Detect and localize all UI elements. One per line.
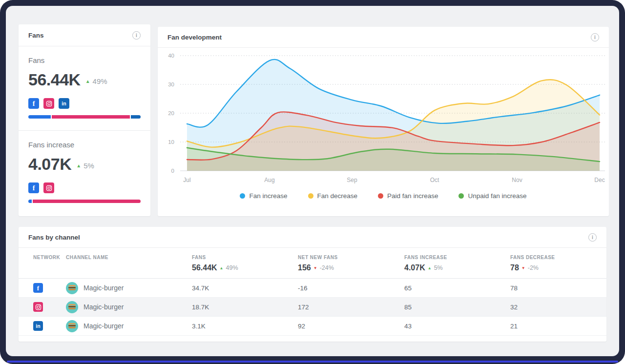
channel-name: Magic-burger — [83, 284, 124, 292]
fans-card-header: Fans i — [19, 24, 150, 46]
svg-text:Aug: Aug — [264, 177, 274, 183]
facebook-icon: f — [28, 182, 39, 193]
cell-channel-name: Magic-burger — [66, 282, 192, 294]
table-row-linkedin[interactable]: inMagic-burger3.1K924321 — [19, 317, 606, 336]
table-body: fMagic-burger34.7K-166578Magic-burger18.… — [19, 279, 606, 336]
chart-card-title: Fan development — [167, 34, 222, 41]
svg-text:20: 20 — [168, 110, 174, 116]
fans-increase-delta: ▲ 5% — [76, 162, 94, 170]
burger-icon — [68, 306, 76, 307]
instagram-icon — [43, 98, 54, 109]
column-header-fans-decrease: FANS DECREASE 78 ▼ -2% — [510, 255, 606, 272]
facebook-icon: f — [33, 283, 43, 293]
fans-increase-value: 4.07K — [28, 155, 71, 174]
legend-label: Fan increase — [249, 192, 287, 200]
facebook-bar-segment — [28, 200, 32, 203]
legend-item-fan-decrease[interactable]: Fan decrease — [308, 192, 358, 200]
info-icon[interactable]: i — [132, 31, 141, 40]
cell-net-new-fans: -16 — [298, 284, 404, 292]
linkedin-icon: in — [33, 321, 43, 331]
fans-total-value: 56.44K — [28, 70, 81, 89]
svg-text:Nov: Nov — [512, 177, 522, 183]
legend-dot — [458, 193, 464, 199]
instagram-icon — [43, 182, 54, 193]
info-icon[interactable]: i — [591, 33, 599, 41]
svg-text:40: 40 — [168, 53, 174, 59]
legend-label: Paid fan increase — [387, 192, 438, 200]
up-triangle-icon: ▲ — [85, 79, 90, 84]
burger-icon — [68, 287, 76, 288]
fans-network-icons: fin — [28, 98, 141, 109]
cell-fans-decrease: 78 — [510, 284, 606, 292]
up-triangle-icon: ▲ — [220, 266, 224, 270]
instagram-bar-segment — [33, 200, 141, 203]
down-triangle-icon: ▼ — [521, 266, 525, 270]
legend-dot — [378, 193, 383, 199]
table-card-header: Fans by channel i — [19, 227, 606, 248]
table-row-facebook[interactable]: fMagic-burger34.7K-166578 — [19, 279, 606, 298]
legend-dot — [240, 193, 245, 199]
svg-text:Dec: Dec — [594, 177, 604, 183]
up-triangle-icon: ▲ — [428, 266, 432, 270]
channel-avatar — [66, 282, 78, 294]
info-icon[interactable]: i — [588, 233, 597, 242]
cell-net-new-fans: 92 — [298, 323, 404, 330]
table-card-title: Fans by channel — [28, 234, 80, 241]
cell-fans: 3.1K — [192, 323, 298, 330]
cell-fans-increase: 85 — [404, 303, 510, 311]
column-header-net-new-fans: NET NEW FANS 156 ▼ -24% — [298, 255, 404, 272]
fans-by-channel-card: Fans by channel i NETWORK CHANNEL NAME F… — [19, 227, 606, 342]
fans-metric-section: Fans 56.44K ▲ 49% fin — [19, 46, 150, 130]
fans-card-title: Fans — [28, 32, 44, 39]
chart-card-header: Fan development i — [158, 27, 609, 48]
down-triangle-icon: ▼ — [313, 266, 317, 270]
fans-card: Fans i Fans 56.44K ▲ 49% fin — [19, 24, 150, 216]
cell-network — [33, 302, 66, 312]
facebook-icon: f — [28, 98, 39, 109]
channel-name: Magic-burger — [83, 322, 124, 330]
linkedin-bar-segment — [131, 115, 141, 119]
metric-label: Fans — [28, 56, 141, 64]
cell-fans: 18.7K — [192, 303, 298, 311]
top-row: Fans i Fans 56.44K ▲ 49% fin — [19, 24, 606, 216]
cell-fans-decrease: 21 — [510, 323, 606, 330]
legend-item-paid-fan-increase[interactable]: Paid fan increase — [378, 192, 438, 200]
column-header-fans: FANS 56.44K ▲ 49% — [192, 255, 298, 272]
channel-avatar — [66, 320, 78, 332]
channel-name: Magic-burger — [83, 303, 124, 311]
cell-fans-increase: 65 — [404, 284, 510, 292]
analytics-dashboard: Fans i Fans 56.44K ▲ 49% fin — [6, 6, 619, 356]
cell-fans: 34.7K — [192, 284, 298, 292]
legend-label: Unpaid fan increase — [468, 192, 526, 200]
fans-network-split-bar — [28, 115, 141, 119]
svg-text:Oct: Oct — [430, 177, 439, 183]
linkedin-icon: in — [59, 98, 69, 109]
legend-dot — [308, 193, 313, 199]
column-header-channel-name: CHANNEL NAME — [66, 255, 192, 272]
cell-fans-increase: 43 — [404, 323, 510, 330]
cell-fans-decrease: 32 — [510, 303, 606, 311]
legend-item-unpaid-fan-increase[interactable]: Unpaid fan increase — [458, 192, 526, 200]
column-header-network: NETWORK — [33, 255, 66, 272]
fan-development-chart[interactable]: 010203040JulAugSepOctNovDec — [158, 48, 609, 185]
fan-development-card: Fan development i 010203040JulAugSepOctN… — [158, 27, 609, 216]
up-triangle-icon: ▲ — [76, 163, 81, 168]
facebook-bar-segment — [28, 115, 51, 119]
channel-avatar — [66, 301, 78, 313]
fans-increase-network-icons: f — [28, 182, 141, 193]
svg-text:0: 0 — [171, 168, 174, 174]
burger-icon — [68, 325, 76, 326]
fans-increase-metric-section: Fans increase 4.07K ▲ 5% f — [19, 130, 150, 214]
svg-text:Sep: Sep — [347, 177, 357, 183]
device-frame: Fans i Fans 56.44K ▲ 49% fin — [0, 0, 625, 364]
legend-item-fan-increase[interactable]: Fan increase — [240, 192, 287, 200]
cell-net-new-fans: 172 — [298, 303, 404, 311]
cell-channel-name: Magic-burger — [66, 320, 192, 332]
svg-text:30: 30 — [168, 81, 174, 87]
table-row-instagram[interactable]: Magic-burger18.7K1728532 — [19, 298, 606, 317]
cell-network: f — [33, 283, 66, 293]
table-column-headers: NETWORK CHANNEL NAME FANS 56.44K ▲ 49% N… — [19, 248, 606, 279]
instagram-icon — [33, 302, 43, 312]
chart-legend: Fan increaseFan decreasePaid fan increas… — [158, 192, 609, 200]
fans-delta: ▲ 49% — [85, 77, 107, 85]
